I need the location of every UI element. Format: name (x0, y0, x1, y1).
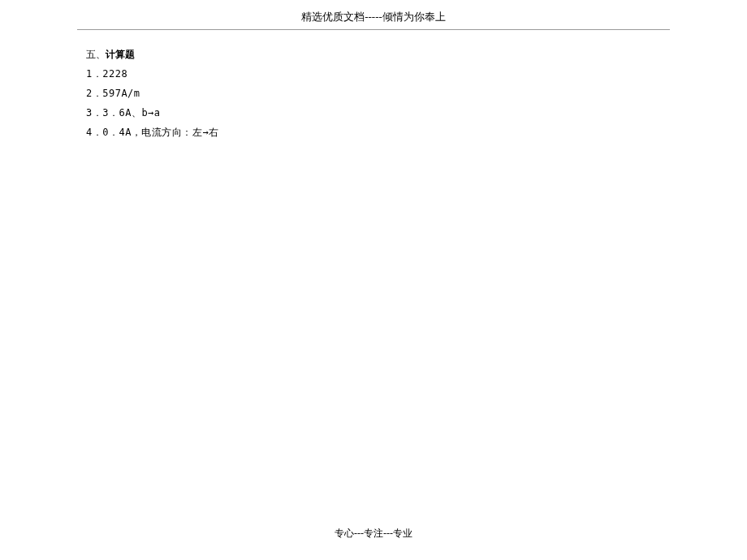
list-item: 4．0．4A，电流方向：左→右 (86, 123, 747, 142)
section-prefix: 五、 (86, 49, 106, 60)
content-area: 五、计算题 1．2228 2．597A/m 3．3．6A、b→a 4．0．4A，… (0, 30, 747, 142)
list-item: 3．3．6A、b→a (86, 103, 747, 123)
page-header: 精选优质文档-----倾情为你奉上 (0, 0, 747, 29)
list-item: 1．2228 (86, 64, 747, 84)
section-name: 计算题 (106, 49, 135, 60)
list-item: 2．597A/m (86, 84, 747, 103)
page-footer: 专心---专注---专业 (0, 527, 747, 541)
header-text: 精选优质文档-----倾情为你奉上 (301, 11, 446, 23)
section-title: 五、计算题 (86, 45, 747, 64)
footer-text: 专心---专注---专业 (335, 528, 412, 539)
